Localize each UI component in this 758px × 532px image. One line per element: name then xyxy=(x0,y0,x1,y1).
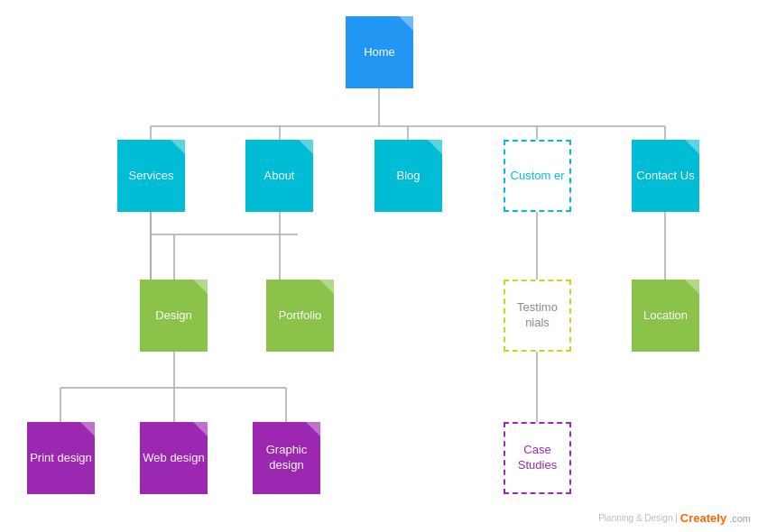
case-node[interactable]: Case Studies xyxy=(504,422,571,494)
services-node[interactable]: Services xyxy=(117,140,185,212)
watermark-brand: Creately xyxy=(680,511,726,525)
web-node[interactable]: Web design xyxy=(140,422,208,494)
graphic-node[interactable]: Graphic design xyxy=(253,422,320,494)
location-node[interactable]: Location xyxy=(632,280,699,352)
design-label: Design xyxy=(155,308,191,324)
services-label: Services xyxy=(129,169,174,184)
graphic-label: Graphic design xyxy=(253,443,320,473)
portfolio-node[interactable]: Portfolio xyxy=(266,280,334,352)
location-label: Location xyxy=(643,308,688,324)
customer-node[interactable]: Custom er xyxy=(504,140,571,212)
blog-node[interactable]: Blog xyxy=(374,140,442,212)
home-node[interactable]: Home xyxy=(346,16,413,88)
testimonials-label: Testimo nials xyxy=(505,300,569,331)
testimonials-node[interactable]: Testimo nials xyxy=(504,280,571,352)
print-label: Print design xyxy=(30,451,92,466)
customer-label: Custom er xyxy=(511,169,565,184)
watermark-suffix: .com xyxy=(729,513,751,524)
watermark-prefix: Planning & Design | xyxy=(598,513,678,523)
home-label: Home xyxy=(364,45,395,60)
design-node[interactable]: Design xyxy=(140,280,208,352)
portfolio-label: Portfolio xyxy=(279,308,322,324)
print-node[interactable]: Print design xyxy=(27,422,95,494)
about-label: About xyxy=(264,169,295,184)
watermark: Planning & Design | Creately .com xyxy=(598,511,751,525)
diagram-container: Home Services About Blog Custom er Conta… xyxy=(0,0,758,532)
contact-node[interactable]: Contact Us xyxy=(632,140,699,212)
contact-label: Contact Us xyxy=(636,169,694,184)
web-label: Web design xyxy=(143,451,204,466)
case-label: Case Studies xyxy=(505,443,569,473)
blog-label: Blog xyxy=(396,169,420,184)
about-node[interactable]: About xyxy=(245,140,313,212)
